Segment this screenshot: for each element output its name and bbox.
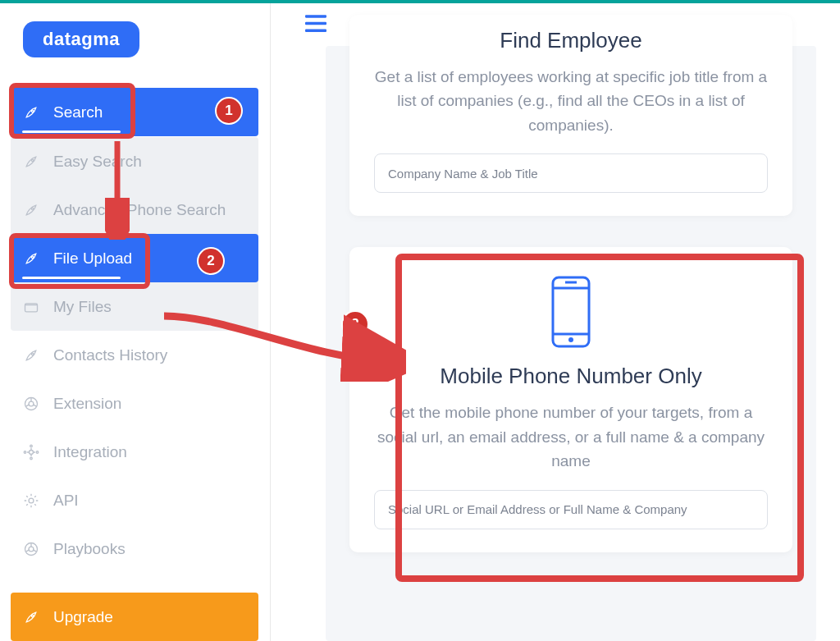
sidebar-item-api[interactable]: API (11, 476, 258, 524)
mobile-lookup-input[interactable]: Social URL or Email Address or Full Name… (374, 490, 768, 529)
sidebar-item-file-upload[interactable]: File Upload (11, 234, 258, 282)
active-underline (22, 277, 121, 279)
sidebar-item-label: Advanced Phone Search (53, 201, 226, 219)
input-placeholder: Social URL or Email Address or Full Name… (388, 502, 687, 516)
company-jobtitle-input[interactable]: Company Name & Job Title (374, 153, 768, 193)
svg-rect-19 (305, 30, 326, 32)
upgrade-button[interactable]: Upgrade (11, 593, 258, 641)
svg-point-8 (30, 450, 34, 454)
sidebar-nav: Search Easy Search Advanced Phone Search (11, 88, 258, 573)
sidebar: datagma Search Easy Search Advanced Phon (0, 3, 271, 641)
card-find-employee[interactable]: Find Employee Get a list of employees wo… (349, 15, 792, 216)
rocket-icon (22, 608, 40, 626)
sidebar-item-label: File Upload (53, 250, 132, 268)
rocket-icon (22, 153, 40, 171)
sidebar-item-label: Extension (53, 395, 121, 413)
svg-point-2 (31, 208, 34, 210)
rocket-icon (22, 346, 40, 364)
svg-point-16 (31, 615, 34, 617)
main-area: Find Employee Get a list of employees wo… (271, 3, 840, 641)
card-mobile-phone[interactable]: Mobile Phone Number Only Get the mobile … (349, 247, 792, 552)
svg-point-5 (31, 353, 34, 355)
sidebar-item-my-files[interactable]: My Files (11, 282, 258, 331)
svg-point-7 (29, 401, 34, 406)
svg-point-11 (24, 451, 26, 453)
brand-name-text: datagma (43, 29, 120, 50)
card-description: Get a list of employees working at speci… (374, 65, 768, 137)
svg-point-0 (31, 110, 34, 112)
sidebar-item-label: API (53, 492, 79, 510)
rocket-icon (22, 103, 40, 121)
rocket-icon (22, 250, 40, 268)
upgrade-label: Upgrade (53, 608, 113, 626)
sidebar-item-label: Contacts History (53, 346, 167, 364)
sidebar-item-label: Easy Search (53, 153, 142, 171)
sidebar-item-search[interactable]: Search (11, 88, 258, 136)
hub-icon (22, 443, 40, 461)
chrome-icon (22, 395, 40, 413)
card-title: Mobile Phone Number Only (440, 364, 701, 389)
content-panel: Find Employee Get a list of employees wo… (326, 46, 816, 641)
sidebar-item-advanced-phone-search[interactable]: Advanced Phone Search (11, 185, 258, 234)
svg-point-13 (29, 498, 34, 503)
sidebar-item-integration[interactable]: Integration (11, 428, 258, 476)
card-title: Find Employee (500, 28, 641, 53)
svg-rect-18 (305, 22, 326, 25)
sidebar-item-easy-search[interactable]: Easy Search (11, 137, 258, 185)
phone-icon (549, 275, 593, 349)
svg-rect-17 (305, 15, 326, 17)
svg-point-12 (36, 451, 39, 453)
sidebar-item-label: My Files (53, 298, 112, 316)
sidebar-item-label: Search (53, 103, 103, 121)
svg-point-1 (31, 159, 34, 162)
sidebar-item-extension[interactable]: Extension (11, 379, 258, 428)
input-placeholder: Company Name & Job Title (388, 167, 538, 181)
chrome-icon (22, 540, 40, 558)
hamburger-icon[interactable] (305, 15, 326, 33)
svg-point-3 (31, 256, 34, 259)
svg-point-15 (29, 547, 34, 552)
svg-point-9 (30, 445, 33, 447)
card-description: Get the mobile phone number of your targ… (374, 401, 768, 473)
sidebar-sub-block: Easy Search Advanced Phone Search File U… (11, 137, 258, 331)
sidebar-item-contacts-history[interactable]: Contacts History (11, 331, 258, 379)
sidebar-item-playbooks[interactable]: Playbooks (11, 524, 258, 573)
gear-icon (22, 492, 40, 510)
svg-point-10 (30, 457, 33, 460)
brand-logo[interactable]: datagma (23, 21, 139, 57)
rocket-icon (22, 201, 40, 219)
active-underline (22, 130, 121, 133)
sidebar-item-label: Playbooks (53, 540, 126, 558)
sidebar-item-label: Integration (53, 443, 127, 461)
svg-point-23 (568, 337, 573, 342)
folder-icon (22, 298, 40, 316)
